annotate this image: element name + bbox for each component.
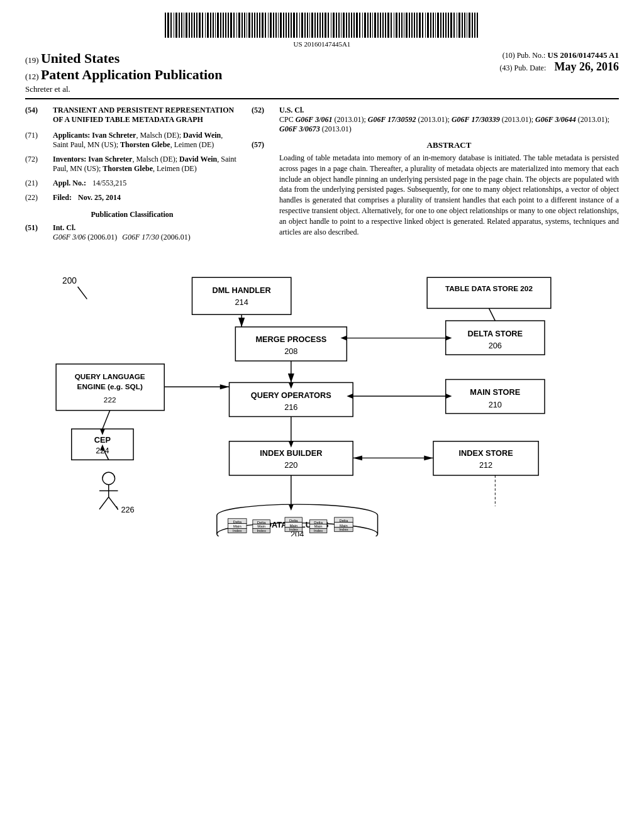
applicants-content: Applicants: Ivan Schreter, Malsch (DE); … (53, 131, 239, 150)
int-cl-num: (51) (25, 223, 49, 242)
ref-200-label: 200 (62, 276, 77, 285)
applicants-num: (71) (25, 131, 49, 150)
vol-delta-2-label: Delta (257, 521, 266, 524)
abstract-title: ABSTRACT (279, 140, 619, 150)
page: US 20160147445A1 (19) United States (12)… (0, 0, 644, 830)
barcode-image (165, 13, 479, 38)
cpc-label: CPC (279, 115, 294, 124)
index-store-num: 212 (479, 460, 492, 470)
int-cl-grid: G06F 3/06 (2006.01) G06F 17/30 (2006.01) (53, 233, 191, 242)
appl-no-section: (21) Appl. No.: 14/553,215 (25, 179, 239, 188)
filed-label: Filed: (53, 193, 72, 202)
abstract-num: (57) (252, 140, 275, 237)
vol-delta-5-label: Delta (340, 519, 348, 523)
us-cl-content: U.S. Cl. CPC G06F 3/061 (2013.01); G06F … (279, 106, 619, 134)
applicants-section: (71) Applicants: Ivan Schreter, Malsch (… (25, 131, 239, 150)
vol-index-3-label: Index (289, 528, 298, 531)
pub-no-row: (10) Pub. No.: US 2016/0147445 A1 (500, 50, 619, 60)
inventors-header: Schreter et al. (25, 84, 500, 94)
qle-to-cep-arrow (103, 411, 110, 429)
doc-type-value: Patent Application Publication (41, 67, 222, 82)
filed-section: (22) Filed: Nov. 25, 2014 (25, 193, 239, 202)
body-columns: (54) TRANSIENT AND PERSISTENT REPRESENTA… (25, 106, 619, 247)
merge-to-delta-arrowhead (446, 336, 452, 341)
int-cl-code-1: G06F 17/30 (122, 233, 158, 241)
country-label: (19) United States (25, 50, 500, 67)
qle-num: 222 (104, 396, 116, 404)
vol-main-1-label: Main (233, 525, 242, 529)
int-cl-section: (51) Int. Cl. G06F 3/06 (2006.01) G06F 1… (25, 223, 239, 242)
qo-to-main-arrowhead (446, 394, 452, 399)
index-builder-label: INDEX BUILDER (260, 448, 322, 458)
ref-200-arrow (78, 287, 87, 299)
pub-date-label: (43) Pub. Date: (500, 64, 547, 72)
appl-no-num: (21) (25, 179, 49, 188)
appl-no-value: 14/553,215 (92, 179, 126, 188)
us-cl-section: (52) U.S. Cl. CPC G06F 3/061 (2013.01); … (252, 106, 619, 134)
cep-label: CEP (94, 435, 111, 445)
is-to-ib-arrowhead (353, 455, 362, 460)
left-column: (54) TRANSIENT AND PERSISTENT REPRESENTA… (25, 106, 239, 247)
main-store-num: 210 (489, 400, 502, 409)
header-right: (10) Pub. No.: US 2016/0147445 A1 (43) P… (500, 50, 619, 74)
person-leg-right (109, 497, 118, 509)
person-head (103, 472, 115, 485)
table-data-store-label: TABLE DATA STORE 202 (445, 284, 533, 293)
country-num: (19) (25, 55, 39, 65)
qo-label: QUERY OPERATORS (251, 390, 331, 400)
int-cl-date-1: (2006.01) (161, 233, 191, 241)
us-cl-num: (52) (252, 106, 275, 134)
merge-process-label: MERGE PROCESS (255, 335, 326, 344)
vol-main-4-label: Main (314, 525, 323, 529)
tds-to-delta-arrow (489, 308, 496, 321)
qo-num: 216 (284, 402, 297, 412)
barcode-section: US 20160147445A1 (25, 13, 619, 48)
main-store-label: MAIN STORE (470, 387, 520, 397)
main-to-qo-arrowhead (347, 394, 353, 399)
abstract-section: (57) ABSTRACT Loading of table metadata … (252, 140, 619, 237)
int-cl-label: Int. Cl. (53, 223, 191, 233)
title-num: (54) (25, 106, 49, 124)
appl-no-label: Appl. No.: (53, 179, 86, 188)
pub-date-row: (43) Pub. Date: May 26, 2016 (500, 60, 619, 74)
pub-date-value: May 26, 2016 (555, 60, 619, 73)
vol-delta-3-label: Delta (289, 519, 298, 523)
filed-num: (22) (25, 193, 49, 202)
inventors-num: (72) (25, 155, 49, 174)
delta-store-label: DELTA STORE (468, 329, 523, 338)
qo-to-ib-arrowhead (289, 441, 294, 448)
pub-no-value: US 2016/0147445 A1 (548, 50, 619, 60)
vol-index-5-label: Index (339, 528, 348, 531)
diagram-svg: 200 DML HANDLER 214 TABLE DATA STORE 202… (25, 260, 619, 536)
dml-handler-box (192, 277, 291, 314)
vol-index-1-label: Index (233, 529, 242, 533)
vol-main-5-label: Main (340, 524, 348, 528)
doc-type-row: (12) Patent Application Publication (25, 67, 500, 83)
index-store-label: INDEX STORE (458, 448, 513, 458)
merge-to-qo-arrowhead (289, 382, 294, 389)
barcode-pub-number: US 20160147445A1 (25, 40, 619, 48)
vol-main-2-label: Main (257, 525, 265, 529)
int-cl-entry-0: G06F 3/06 (2006.01) (53, 233, 121, 242)
pub-no-label: (10) Pub. No.: (502, 51, 546, 60)
header-left: (19) United States (12) Patent Applicati… (25, 50, 500, 94)
qle-label2: ENGINE (e.g. SQL) (77, 382, 143, 391)
qle-to-qo-arrowhead (220, 384, 230, 389)
vol-index-4-label: Index (314, 529, 323, 533)
country-name: United States (41, 50, 119, 66)
doc-type-num: (12) (25, 72, 39, 81)
vol-index-2-label: Index (257, 529, 265, 533)
delta-to-merge-arrowhead (341, 336, 347, 341)
qle-label1: QUERY LANGUAGE (75, 373, 145, 382)
dml-handler-num: 214 (235, 298, 248, 307)
abstract-content: ABSTRACT Loading of table metadata into … (279, 140, 619, 237)
inventors-content: Inventors: Ivan Schreter, Malsch (DE); D… (53, 155, 239, 174)
vol-main-3-label: Main (289, 524, 297, 528)
ib-to-is-arrowhead (424, 455, 433, 460)
int-cl-content: Int. Cl. G06F 3/06 (2006.01) G06F 17/30 … (53, 223, 191, 242)
header-divider (25, 98, 619, 99)
abstract-text: Loading of table metadata into memory of… (279, 153, 619, 237)
inventors-section: (72) Inventors: Ivan Schreter, Malsch (D… (25, 155, 239, 174)
ref-226-label: 226 (121, 505, 134, 514)
us-cl-label: U.S. Cl. (279, 106, 304, 114)
